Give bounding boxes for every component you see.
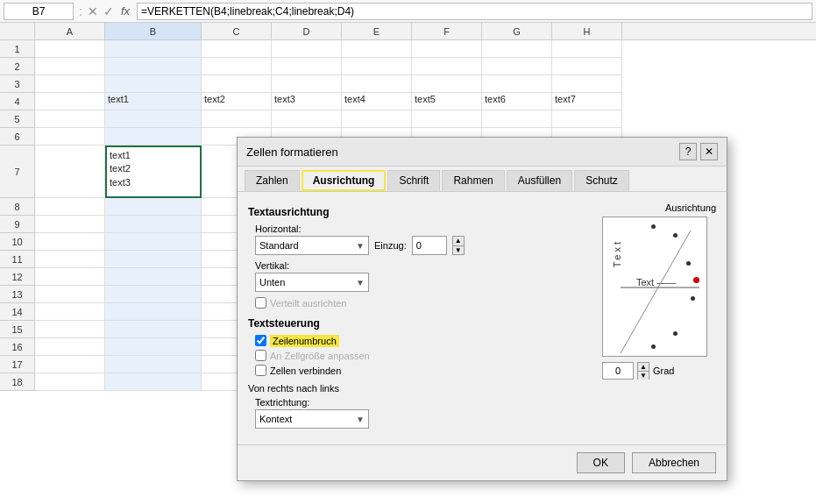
cell-b14[interactable] (105, 303, 202, 321)
col-header-b[interactable]: B (105, 23, 202, 39)
cell-a14[interactable] (35, 303, 105, 321)
row-header-17[interactable]: 17 (0, 356, 35, 373)
dialog-close-button[interactable]: ✕ (700, 143, 718, 160)
row-header-10[interactable]: 10 (0, 233, 35, 251)
cell-b9[interactable] (105, 216, 202, 233)
row-header-16[interactable]: 16 (0, 338, 35, 356)
degree-input[interactable] (602, 362, 634, 380)
cell-d1[interactable] (272, 40, 342, 58)
row-header-4[interactable]: 4 (0, 93, 35, 110)
cell-f2[interactable] (412, 58, 482, 75)
zeilenumbruch-checkbox[interactable] (255, 335, 266, 346)
cell-b7[interactable]: text1text2text3 (105, 146, 202, 198)
cell-f4[interactable]: text5 (412, 93, 482, 110)
cell-c1[interactable] (202, 40, 272, 58)
cell-g3[interactable] (482, 75, 552, 93)
confirm-formula-icon[interactable]: ✓ (103, 4, 114, 18)
row-header-13[interactable]: 13 (0, 286, 35, 303)
cell-e4[interactable]: text4 (342, 93, 412, 110)
cell-b11[interactable] (105, 251, 202, 268)
cell-a3[interactable] (35, 75, 105, 93)
cell-b3[interactable] (105, 75, 202, 93)
cell-c3[interactable] (202, 75, 272, 93)
col-header-c[interactable]: C (202, 23, 272, 39)
verteilt-checkbox[interactable] (255, 297, 266, 309)
row-header-11[interactable]: 11 (0, 251, 35, 268)
cell-f1[interactable] (412, 40, 482, 58)
cell-h5[interactable] (552, 110, 622, 128)
cell-c4[interactable]: text2 (202, 93, 272, 110)
tab-rahmen[interactable]: Rahmen (442, 170, 504, 191)
formula-input[interactable] (137, 3, 812, 20)
row-header-9[interactable]: 9 (0, 216, 35, 233)
cell-a4[interactable] (35, 93, 105, 110)
cell-a16[interactable] (35, 338, 105, 356)
col-header-e[interactable]: E (342, 23, 412, 39)
cell-b13[interactable] (105, 286, 202, 303)
row-header-8[interactable]: 8 (0, 198, 35, 216)
cell-b4[interactable]: text1 (105, 93, 202, 110)
cell-b10[interactable] (105, 233, 202, 251)
horizontal-select[interactable]: Standard ▼ (255, 236, 369, 255)
tab-ausrichtung[interactable]: Ausrichtung (302, 170, 387, 191)
cell-b1[interactable] (105, 40, 202, 58)
einzug-input[interactable] (412, 236, 447, 255)
ok-button[interactable]: OK (577, 452, 625, 473)
cell-a13[interactable] (35, 286, 105, 303)
col-header-g[interactable]: G (482, 23, 552, 39)
cell-a5[interactable] (35, 110, 105, 128)
cell-a2[interactable] (35, 58, 105, 75)
cell-g4[interactable]: text6 (482, 93, 552, 110)
cell-f3[interactable] (412, 75, 482, 93)
anzellgroesse-checkbox[interactable] (255, 350, 266, 361)
cell-d2[interactable] (272, 58, 342, 75)
degree-up-arrow[interactable]: ▲ (638, 363, 649, 372)
cell-b5[interactable] (105, 110, 202, 128)
tab-ausfuellen[interactable]: Ausfüllen (507, 170, 572, 191)
cell-h4[interactable]: text7 (552, 93, 622, 110)
cell-a11[interactable] (35, 251, 105, 268)
cell-c2[interactable] (202, 58, 272, 75)
cell-a8[interactable] (35, 198, 105, 216)
degree-spinner[interactable]: ▲ ▼ (637, 362, 649, 380)
cell-b2[interactable] (105, 58, 202, 75)
cell-e5[interactable] (342, 110, 412, 128)
cancel-button[interactable]: Abbrechen (632, 452, 716, 473)
cell-a7[interactable] (35, 146, 105, 198)
col-header-f[interactable]: F (412, 23, 482, 39)
cell-c5[interactable] (202, 110, 272, 128)
cell-g2[interactable] (482, 58, 552, 75)
row-header-14[interactable]: 14 (0, 303, 35, 321)
cell-b12[interactable] (105, 268, 202, 286)
tab-schrift[interactable]: Schrift (387, 170, 440, 191)
row-header-6[interactable]: 6 (0, 128, 35, 146)
cell-d4[interactable]: text3 (272, 93, 342, 110)
degree-down-arrow[interactable]: ▼ (638, 372, 649, 380)
cell-a6[interactable] (35, 128, 105, 146)
cell-b18[interactable] (105, 373, 202, 391)
cell-a18[interactable] (35, 373, 105, 391)
cell-a1[interactable] (35, 40, 105, 58)
cell-a15[interactable] (35, 321, 105, 338)
cell-h3[interactable] (552, 75, 622, 93)
cell-b6[interactable] (105, 128, 202, 146)
col-header-d[interactable]: D (272, 23, 342, 39)
row-header-3[interactable]: 3 (0, 75, 35, 93)
cell-a9[interactable] (35, 216, 105, 233)
cell-b15[interactable] (105, 321, 202, 338)
tab-schutz[interactable]: Schutz (574, 170, 629, 191)
row-header-2[interactable]: 2 (0, 58, 35, 75)
cell-g5[interactable] (482, 110, 552, 128)
cell-a12[interactable] (35, 268, 105, 286)
cell-e3[interactable] (342, 75, 412, 93)
textrichtung-select[interactable]: Kontext ▼ (255, 409, 369, 429)
cell-b16[interactable] (105, 338, 202, 356)
cell-d5[interactable] (272, 110, 342, 128)
col-header-a[interactable]: A (35, 23, 105, 39)
col-header-h[interactable]: H (552, 23, 622, 39)
row-header-1[interactable]: 1 (0, 40, 35, 58)
cell-b17[interactable] (105, 356, 202, 373)
tab-zahlen[interactable]: Zahlen (245, 170, 300, 191)
cell-d3[interactable] (272, 75, 342, 93)
einzug-spinner[interactable]: ▲ ▼ (452, 236, 465, 255)
